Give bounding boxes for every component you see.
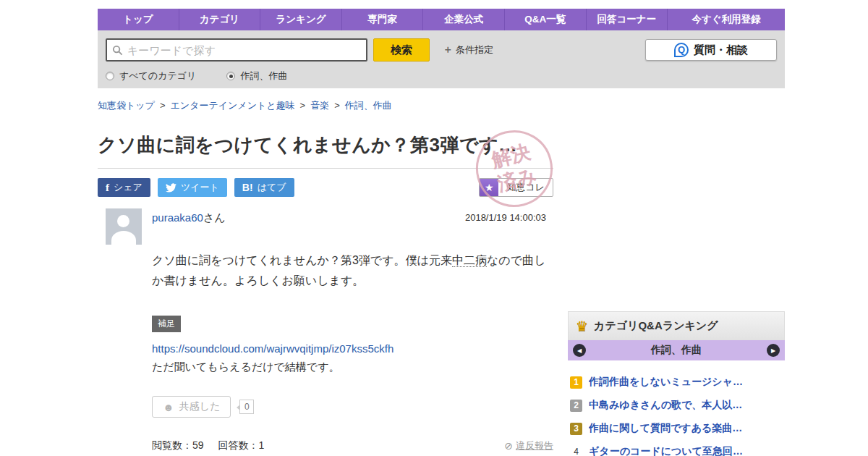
ranking-link-1[interactable]: 作詞作曲をしないミュージシャ… xyxy=(589,376,743,389)
question-author: puraaka60さん xyxy=(152,208,226,225)
user-suffix: さん xyxy=(203,211,226,224)
hatena-share-button[interactable]: B! はてブ xyxy=(234,178,294,197)
ranking-header: ♛ カテゴリQ&Aランキング xyxy=(568,311,785,340)
nav-item-answer-corner[interactable]: 回答コーナー xyxy=(586,9,668,30)
sympathy-button[interactable]: ☻ 共感した xyxy=(152,396,231,418)
supplement-badge: 補足 xyxy=(152,316,181,332)
user-avatar[interactable] xyxy=(106,208,142,245)
next-category-button[interactable]: ▶ xyxy=(767,344,780,357)
breadcrumb-link-home[interactable]: 知恵袋トップ xyxy=(98,100,155,111)
question-stats: 閲覧数：59 回答数：1 ⊘ 違反報告 xyxy=(152,439,553,452)
refine-label: 条件指定 xyxy=(456,43,493,56)
search-section: 検索 ＋ 条件指定 Q 質問・相談 すべてのカテゴリ 作詞、作曲 xyxy=(98,30,785,88)
supplement-section: 補足 xyxy=(152,316,553,332)
twitter-share-button[interactable]: ツイート xyxy=(158,178,227,197)
category-ranking-sidebar: ♛ カテゴリQ&Aランキング ◀ 作詞、作曲 ▶ 1 作詞作曲をしないミュージシ… xyxy=(568,311,785,456)
ranking-item: 1 作詞作曲をしないミュージシャ… xyxy=(568,371,785,394)
smiley-icon: ☻ xyxy=(163,401,174,413)
ranking-link-4[interactable]: ギターのコードについて至急回… xyxy=(589,445,743,456)
sympathy-count: 0 xyxy=(239,400,254,414)
question-bubble-icon: Q xyxy=(674,43,689,57)
question-body-part1: クソ曲に詞をつけてくれませんか？第3弾です。僕は元来 xyxy=(152,254,452,266)
answer-count: 回答数：1 xyxy=(218,439,265,452)
search-input[interactable] xyxy=(123,44,366,56)
twitter-bird-icon xyxy=(166,182,176,193)
rank-badge-1: 1 xyxy=(570,376,582,389)
report-violation-link[interactable]: ⊘ 違反報告 xyxy=(504,439,553,452)
crown-icon: ♛ xyxy=(576,318,588,334)
ranking-item: 4 ギターのコードについて至急回… xyxy=(568,440,785,456)
nav-item-qa-list[interactable]: Q&A一覧 xyxy=(504,9,586,30)
ranking-list: 1 作詞作曲をしないミュージシャ… 2 中島みゆきさんの歌で、本人以… 3 作曲… xyxy=(568,360,785,456)
nav-item-top[interactable]: トップ xyxy=(98,9,179,30)
breadcrumb-link-entertainment[interactable]: エンターテインメントと趣味 xyxy=(171,100,295,111)
ranking-category-bar: ◀ 作詞、作曲 ▶ xyxy=(568,340,785,360)
question-date: 2018/1/19 14:00:03 xyxy=(465,208,546,223)
ranking-item: 3 作曲に関して質問ですある楽曲… xyxy=(568,417,785,440)
search-scope-options: すべてのカテゴリ 作詞、作曲 xyxy=(106,69,777,83)
twitter-share-label: ツイート xyxy=(181,181,219,194)
hatena-icon: B! xyxy=(242,182,253,193)
radio-all-label: すべてのカテゴリ xyxy=(119,69,196,83)
view-count: 閲覧数：59 xyxy=(152,439,204,452)
supplement-link-row: https://soundcloud.com/wajrwvqitjmp/iz07… xyxy=(152,342,553,355)
plus-icon: ＋ xyxy=(443,43,453,56)
breadcrumb-separator: > xyxy=(160,100,166,111)
ranking-link-3[interactable]: 作曲に関して質問ですある楽曲… xyxy=(589,422,742,435)
nav-item-ranking[interactable]: ランキング xyxy=(260,9,341,30)
facebook-share-button[interactable]: f シェア xyxy=(98,178,150,197)
radio-unchecked-icon xyxy=(106,72,114,80)
search-button[interactable]: 検索 xyxy=(373,38,430,62)
share-row: f シェア ツイート B! はてブ ★ 知恵コレ xyxy=(98,178,553,197)
breadcrumb: 知恵袋トップ>エンターテインメントと趣味>音楽>作詞、作曲 xyxy=(98,99,785,112)
rank-badge-3: 3 xyxy=(570,423,582,435)
question-body: クソ曲に詞をつけてくれませんか？第3弾です。僕は元来中二病なので曲しか書けません… xyxy=(152,250,555,291)
soundcloud-link[interactable]: https://soundcloud.com/wajrwvqitjmp/iz07… xyxy=(152,342,393,355)
ask-question-label: 質問・相談 xyxy=(694,43,748,57)
nav-item-register[interactable]: 今すぐ利用登録 xyxy=(667,9,785,30)
nav-item-official[interactable]: 企業公式 xyxy=(422,9,504,30)
facebook-share-label: シェア xyxy=(114,181,142,194)
breadcrumb-separator: > xyxy=(300,100,306,111)
nav-item-expert[interactable]: 専門家 xyxy=(341,9,423,30)
sympathy-label: 共感した xyxy=(179,400,221,413)
supplement-note: ただ聞いてもらえるだけで結構です。 xyxy=(152,358,553,376)
search-icon xyxy=(112,45,123,56)
breadcrumb-link-music[interactable]: 音楽 xyxy=(310,100,329,111)
page-container: トップ カテゴリ ランキング 専門家 企業公式 Q&A一覧 回答コーナー 今すぐ… xyxy=(98,9,785,452)
facebook-icon: f xyxy=(106,182,109,194)
rank-badge-2: 2 xyxy=(570,400,582,412)
chiecolle-label: 知恵コレ xyxy=(498,181,553,194)
radio-all-categories[interactable]: すべてのカテゴリ xyxy=(106,69,196,83)
breadcrumb-link-category[interactable]: 作詞、作曲 xyxy=(345,100,392,111)
question-header: puraaka60さん 2018/1/19 14:00:03 xyxy=(98,208,553,245)
question-body-underlined-word: 中二病 xyxy=(452,254,487,267)
radio-current-category[interactable]: 作詞、作曲 xyxy=(226,69,287,83)
report-label: 違反報告 xyxy=(516,439,553,452)
star-icon: ★ xyxy=(480,178,498,197)
hatena-share-label: はてブ xyxy=(258,181,286,194)
ranking-title: カテゴリQ&Aランキング xyxy=(594,319,718,333)
question-title: クソ曲に詞をつけてくれませんか？第3弾です… xyxy=(98,132,553,169)
main-column: クソ曲に詞をつけてくれませんか？第3弾です… f シェア ツイート B! はてブ… xyxy=(98,132,553,452)
top-nav: トップ カテゴリ ランキング 専門家 企業公式 Q&A一覧 回答コーナー 今すぐ… xyxy=(98,9,785,30)
radio-category-label: 作詞、作曲 xyxy=(240,69,287,83)
prohibit-icon: ⊘ xyxy=(504,440,513,452)
ranking-category-label: 作詞、作曲 xyxy=(651,344,702,357)
search-row: 検索 ＋ 条件指定 Q 質問・相談 xyxy=(106,38,777,62)
sympathy-row: ☻ 共感した 0 xyxy=(152,396,553,418)
rank-badge-4: 4 xyxy=(570,446,582,456)
radio-checked-icon xyxy=(226,72,235,80)
ranking-item: 2 中島みゆきさんの歌で、本人以… xyxy=(568,394,785,417)
nav-item-category[interactable]: カテゴリ xyxy=(179,9,260,30)
refine-search-link[interactable]: ＋ 条件指定 xyxy=(443,43,493,56)
search-box xyxy=(106,38,367,62)
user-name-link[interactable]: puraaka60 xyxy=(152,211,203,224)
ask-question-button[interactable]: Q 質問・相談 xyxy=(645,39,777,61)
breadcrumb-separator: > xyxy=(334,100,340,111)
chiecolle-button[interactable]: ★ 知恵コレ xyxy=(479,178,553,197)
ranking-link-2[interactable]: 中島みゆきさんの歌で、本人以… xyxy=(589,399,742,412)
prev-category-button[interactable]: ◀ xyxy=(573,344,586,357)
